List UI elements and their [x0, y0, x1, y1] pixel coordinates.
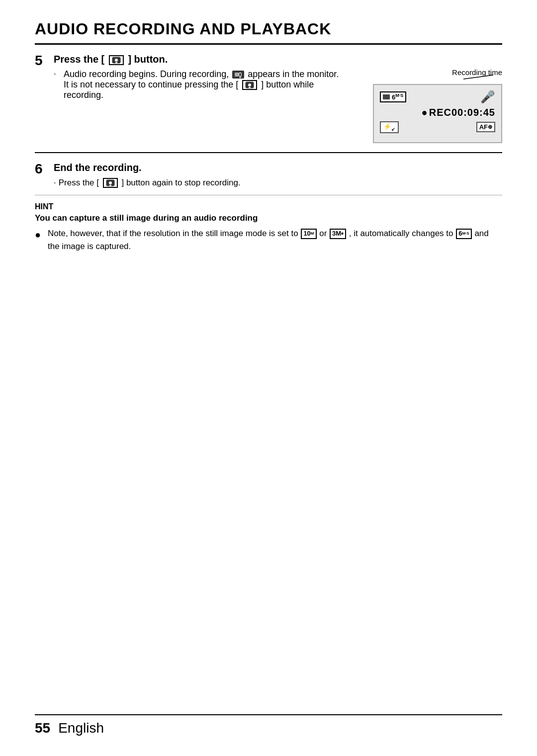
badge-6ms-hint: 6M·S: [456, 229, 471, 239]
step-6-title: End the recording.: [54, 162, 502, 173]
hint-body: ● Note, however, that if the resolution …: [35, 227, 502, 253]
section-6: 6 End the recording. · Press the [: [35, 153, 502, 196]
mic-icon-camera: 🎤: [480, 90, 495, 104]
hint-subtitle: You can capture a still image during an …: [35, 213, 502, 223]
section-5-header: 5 Press the [ ] button.: [35, 54, 502, 143]
hint-title: HINT: [35, 202, 502, 211]
hint-section: HINT You can capture a still image durin…: [35, 195, 502, 260]
record-button-icon-5b: [242, 80, 257, 90]
camera-box: 6M·S 🎤 ● REC00:09:45: [373, 84, 502, 143]
svg-point-1: [115, 59, 118, 62]
cam-small-rect: [383, 94, 390, 99]
microphone-button-svg: [112, 57, 121, 64]
badge-3m: 3M■: [330, 229, 346, 239]
svg-rect-9: [249, 87, 251, 88]
section-6-header: 6 End the recording. · Press the [: [35, 162, 502, 188]
step-6-content: End the recording. · Press the [ ] butt: [54, 162, 502, 188]
mic-monitor-icon: [232, 71, 244, 79]
record-button-icon-5: [109, 55, 124, 65]
step-5-bullet-1: · Audio recording begins. During recordi…: [54, 69, 353, 100]
step-5-text: · Audio recording begins. During recordi…: [54, 69, 353, 102]
rec-dot: ●: [422, 107, 428, 118]
camera-row-3: ⚡↙ AF⊕: [380, 121, 495, 133]
page-title: AUDIO RECORDING AND PLAYBACK: [35, 20, 502, 45]
flash-badge: ⚡↙: [380, 121, 399, 133]
page-container: AUDIO RECORDING AND PLAYBACK 5 Press the…: [0, 0, 537, 756]
6ms-text: 6M·S: [392, 93, 403, 101]
svg-line-10: [463, 75, 493, 79]
footer-page-number: 55: [35, 720, 50, 736]
step-5-content: Press the [ ] button. ·: [54, 54, 502, 143]
svg-point-8: [248, 84, 251, 86]
section-5: 5 Press the [ ] button.: [35, 45, 502, 153]
footer: 55 English: [35, 714, 502, 736]
svg-point-12: [109, 181, 112, 184]
step-5-number: 5: [35, 53, 54, 69]
camera-display-wrapper: Recording time 6M·S: [373, 79, 502, 143]
step-6-number: 6: [35, 161, 54, 177]
step-5-title: Press the [ ] button.: [54, 54, 502, 65]
record-button-icon-6: [103, 178, 118, 188]
step-6-bullet: · Press the [ ] button again to stop rec…: [54, 177, 502, 188]
rec-display-text: ● REC00:09:45: [422, 107, 495, 118]
6ms-badge: 6M·S: [380, 91, 406, 102]
camera-row-2: ● REC00:09:45: [380, 106, 495, 119]
af-text: AF: [479, 123, 488, 131]
footer-language: English: [58, 720, 104, 736]
svg-point-4: [239, 73, 242, 77]
step-5-body: · Audio recording begins. During recordi…: [54, 69, 502, 143]
hint-bullet-1: ● Note, however, that if the resolution …: [35, 227, 502, 253]
recording-time-arrow-svg: [458, 70, 498, 80]
rec-time: REC00:09:45: [429, 107, 495, 118]
af-badge: AF⊕: [476, 122, 495, 132]
svg-rect-13: [109, 185, 111, 186]
svg-rect-2: [115, 62, 117, 63]
camera-row-1: 6M·S 🎤: [380, 90, 495, 104]
svg-rect-3: [235, 73, 239, 77]
badge-10m: 10M: [301, 229, 316, 239]
